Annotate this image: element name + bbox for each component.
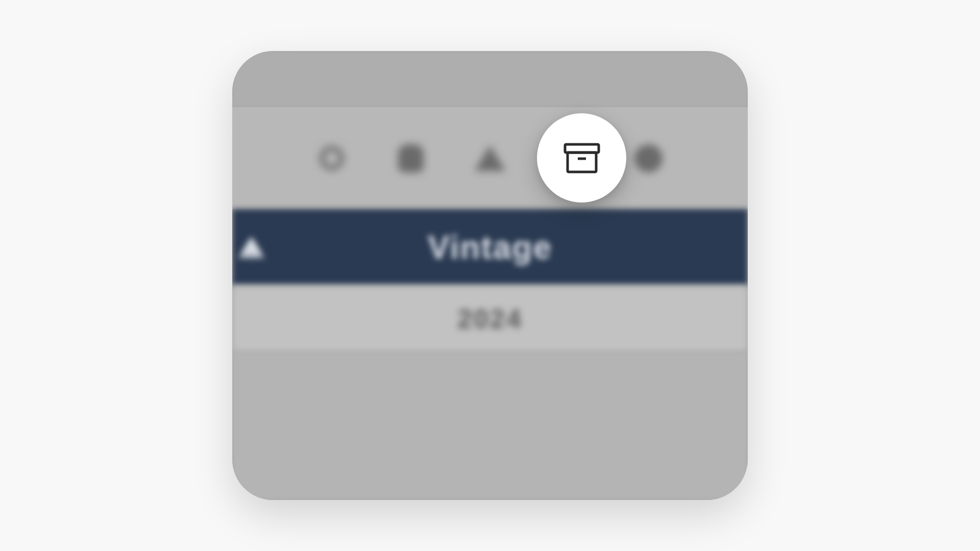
category-leading-icon <box>237 236 265 259</box>
archive-button[interactable] <box>537 113 626 203</box>
svg-rect-1 <box>568 153 596 172</box>
top-header-area <box>232 51 748 107</box>
content-area <box>232 352 748 500</box>
share-icon <box>475 145 505 171</box>
archive-icon <box>564 143 600 173</box>
share-button[interactable] <box>475 143 505 173</box>
year-value: 2024 <box>457 304 523 334</box>
category-title: Vintage <box>428 229 552 266</box>
lock-button[interactable] <box>396 143 426 173</box>
lock-icon <box>398 144 424 172</box>
search-button[interactable] <box>316 143 347 173</box>
search-icon <box>320 146 344 170</box>
globe-button[interactable] <box>633 143 664 173</box>
globe-icon <box>634 144 663 172</box>
toolbar <box>232 107 748 209</box>
category-header: Vintage <box>232 209 748 286</box>
year-row[interactable]: 2024 <box>232 286 748 352</box>
app-panel: Vintage 2024 <box>232 51 748 500</box>
